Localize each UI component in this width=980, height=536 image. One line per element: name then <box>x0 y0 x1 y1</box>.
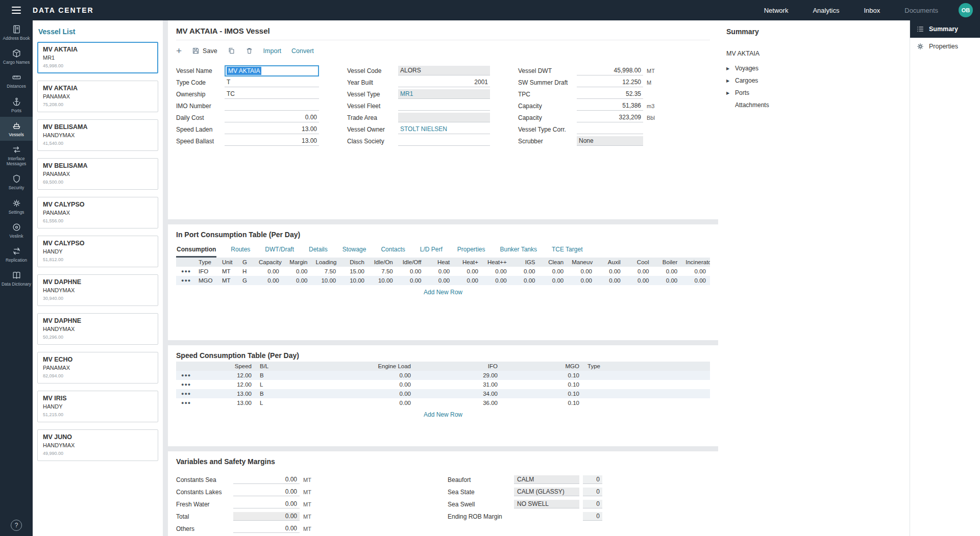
cell-idle-on[interactable]: 7.50 <box>369 267 397 276</box>
field-input[interactable] <box>398 113 490 122</box>
field-input[interactable]: 2001 <box>398 78 490 87</box>
summary-tree-item[interactable]: ▶ Voyages <box>726 62 901 74</box>
field-input[interactable]: 45,998.00 <box>577 66 643 75</box>
row-menu-icon[interactable]: ●●● <box>176 380 194 389</box>
field-input[interactable]: 0.00 <box>233 524 300 533</box>
cell-incinerator[interactable]: 0.00 <box>681 267 710 276</box>
cell-heat[interactable]: 0.00 <box>426 267 454 276</box>
vessel-card[interactable]: MV CALYPSO PANAMAX 61,556.00 <box>37 197 158 228</box>
row-menu-icon[interactable]: ●●● <box>176 398 194 407</box>
add-new-row-link[interactable]: Add New Row <box>176 285 710 299</box>
sidebar-item-veslink[interactable]: Veslink <box>0 218 33 242</box>
summary-tree-item[interactable]: ▶ Cargoes <box>726 74 901 87</box>
cell-disch[interactable]: 15.00 <box>340 267 369 276</box>
add-new-row-link[interactable]: Add New Row <box>176 407 710 422</box>
field-input[interactable] <box>577 124 643 134</box>
import-button[interactable]: Import <box>263 47 281 55</box>
tab[interactable]: TCE Target <box>551 244 583 258</box>
cell-disch[interactable]: 10.00 <box>340 276 369 285</box>
vessel-card[interactable]: MV AKTAIA PANAMAX 75,208.00 <box>37 81 158 112</box>
sidebar-item-vessels[interactable]: Vessels <box>0 117 33 141</box>
vessel-card[interactable]: MV CALYPSO HANDY 51,812.00 <box>37 236 158 267</box>
tab[interactable]: Contacts <box>380 244 405 258</box>
cell-igs[interactable]: 0.00 <box>511 276 540 285</box>
delete-button[interactable] <box>246 47 253 55</box>
cell-fuel-type[interactable] <box>583 380 710 389</box>
margin-input[interactable]: 0 <box>583 475 602 484</box>
field-input[interactable] <box>398 136 490 146</box>
cell-heat-plus[interactable]: 0.00 <box>454 267 482 276</box>
cell-bl[interactable]: B <box>256 389 282 398</box>
sidebar-item-cargo-names[interactable]: Cargo Names <box>0 44 33 68</box>
vessel-card[interactable]: MV AKTAIA MR1 45,998.00 <box>37 42 158 73</box>
tab[interactable]: Routes <box>230 244 251 258</box>
row-menu-icon[interactable]: ●●● <box>176 267 194 276</box>
field-input[interactable]: None <box>577 136 643 146</box>
cell-capacity[interactable]: 0.00 <box>255 276 283 285</box>
cell-type[interactable]: MGO <box>194 276 218 285</box>
cell-clean[interactable]: 0.00 <box>540 267 568 276</box>
sidebar-item-ports[interactable]: Ports <box>0 93 33 117</box>
cell-fuel-type[interactable] <box>583 398 710 407</box>
save-button[interactable]: Save <box>192 47 217 55</box>
field-input[interactable]: ALORS <box>398 66 490 75</box>
cell-auxil[interactable]: 0.00 <box>596 276 625 285</box>
cell-mgo[interactable]: 0.10 <box>502 380 583 389</box>
cell-unit[interactable]: MT <box>218 267 238 276</box>
sidebar-item-address-book[interactable]: Address Book <box>0 20 33 44</box>
cell-type[interactable]: IFO <box>194 267 218 276</box>
field-input[interactable] <box>398 101 490 111</box>
field-input[interactable] <box>225 101 319 111</box>
copy-button[interactable] <box>228 47 235 55</box>
cell-ifo[interactable]: 34.00 <box>415 389 502 398</box>
cell-mgo[interactable]: 0.10 <box>502 371 583 380</box>
field-input[interactable]: 0.00 <box>233 475 300 484</box>
cell-bl[interactable]: B <box>256 371 282 380</box>
tab[interactable]: Properties <box>457 244 486 258</box>
cell-boiler[interactable]: 0.00 <box>653 267 682 276</box>
cell-margin[interactable]: 0.00 <box>283 276 312 285</box>
cell-heat-plus[interactable]: 0.00 <box>454 276 482 285</box>
tab[interactable]: Consumption <box>176 244 216 258</box>
cell-heat[interactable]: 0.00 <box>426 276 454 285</box>
sidebar-item-replication[interactable]: Replication <box>0 242 33 266</box>
vessel-card[interactable]: MV BELISAMA HANDYMAX 41,540.00 <box>37 119 158 151</box>
cell-ifo[interactable]: 31.00 <box>415 380 502 389</box>
cell-mgo[interactable]: 0.10 <box>502 389 583 398</box>
cell-bl[interactable]: L <box>256 398 282 407</box>
margin-input[interactable]: 0 <box>583 488 602 496</box>
field-input[interactable]: TC <box>225 89 319 99</box>
topnav-item[interactable]: Network <box>764 7 789 14</box>
cell-fuel-type[interactable] <box>583 371 710 380</box>
cell-bl[interactable]: L <box>256 380 282 389</box>
cell-fuel-type[interactable] <box>583 389 710 398</box>
cell-loading[interactable]: 10.00 <box>312 276 340 285</box>
cell-mgo[interactable]: 0.10 <box>502 398 583 407</box>
tab[interactable]: L/D Perf <box>420 244 443 258</box>
cell-unit[interactable]: MT <box>218 276 238 285</box>
field-input[interactable]: 0.00 <box>225 113 319 122</box>
field-input[interactable]: STOLT NIELSEN <box>398 124 490 134</box>
menu-icon[interactable] <box>0 7 33 14</box>
sidebar-item-distances[interactable]: Distances <box>0 68 33 92</box>
row-menu-icon[interactable]: ●●● <box>176 389 194 398</box>
cell-boiler[interactable]: 0.00 <box>653 276 682 285</box>
cell-heat-plusplus[interactable]: 0.00 <box>482 276 511 285</box>
cell-igs[interactable]: 0.00 <box>511 267 540 276</box>
cell-idle-off[interactable]: 0.00 <box>397 276 426 285</box>
field-input[interactable]: 12.250 <box>577 78 643 87</box>
field-input[interactable]: 323,209 <box>577 113 643 122</box>
cell-idle-on[interactable]: 10.00 <box>369 276 397 285</box>
avatar[interactable]: OB <box>959 3 973 17</box>
cell-incinerator[interactable]: 0.00 <box>681 276 710 285</box>
cell-speed[interactable]: 12.00 <box>194 380 256 389</box>
cell-heat-plusplus[interactable]: 0.00 <box>482 267 511 276</box>
field-input[interactable]: MR1 <box>398 89 490 99</box>
add-button[interactable]: + <box>176 46 182 56</box>
cell-speed[interactable]: 13.00 <box>194 398 256 407</box>
cell-auxil[interactable]: 0.00 <box>596 267 625 276</box>
cell-maneuv[interactable]: 0.00 <box>568 267 596 276</box>
cell-ifo[interactable]: 29.00 <box>415 371 502 380</box>
row-menu-icon[interactable]: ●●● <box>176 371 194 380</box>
cell-speed[interactable]: 12.00 <box>194 371 256 380</box>
